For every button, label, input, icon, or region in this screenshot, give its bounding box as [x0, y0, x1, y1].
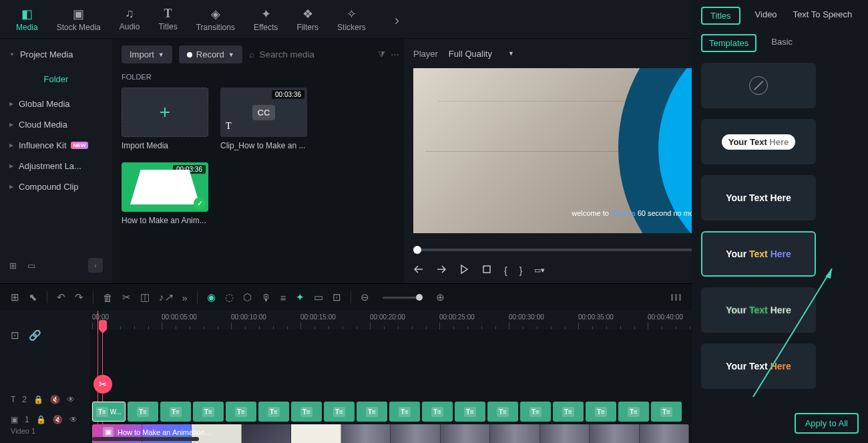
tab-video[interactable]: Video [754, 7, 779, 25]
template-colorful[interactable]: Your Text Here [701, 231, 816, 277]
prev-frame-button[interactable] [413, 264, 424, 277]
scrub-handle[interactable] [413, 246, 421, 254]
split-button[interactable]: ✂ [122, 291, 131, 303]
folder-icon[interactable]: ▭ [27, 261, 35, 271]
video-clip-segment[interactable] [590, 424, 640, 443]
title-segment[interactable]: T≡ [226, 402, 256, 422]
marker-button[interactable]: ✦ [296, 291, 304, 303]
title-segment[interactable]: T≡ [193, 402, 224, 422]
redo-button[interactable]: ↷ [75, 291, 83, 303]
nav-effects[interactable]: ✦Effects [244, 3, 287, 36]
zoom-slider[interactable] [383, 297, 423, 299]
audio-button[interactable]: 🎙 [261, 292, 271, 303]
title-segment[interactable]: T≡ [324, 402, 355, 422]
add-folder-icon[interactable]: ⊞ [9, 261, 17, 271]
template-green[interactable]: Your Text Here [701, 287, 816, 333]
nav-stickers[interactable]: ✧Stickers [328, 3, 375, 36]
tab-text-to-speech[interactable]: Text To Speech [792, 7, 854, 25]
template-plain[interactable]: Your Text Here [701, 175, 816, 220]
nav-filters[interactable]: ❖Filters [287, 3, 328, 36]
nav-stock-media[interactable]: ▣Stock Media [47, 3, 110, 36]
split-indicator[interactable]: ✂ [93, 375, 112, 394]
scrub-bar[interactable] [413, 249, 712, 251]
mark-in-button[interactable]: { [504, 265, 507, 276]
title-segment[interactable]: T≡ [651, 402, 682, 422]
sidebar-influence-kit[interactable]: ▶Influence KitNEW [0, 135, 112, 156]
timeline-options-button[interactable]: ⊡ [11, 329, 19, 341]
mask-button[interactable]: ⬡ [243, 291, 252, 303]
title-track-header[interactable]: T 2 🔒 🔇 👁 [0, 390, 89, 410]
sidebar-project-media[interactable]: ▼Project Media [0, 44, 112, 65]
timeline-tracks[interactable]: 00:0000:00:05:0000:00:10:0000:00:15:0000… [89, 311, 692, 443]
sidebar-global-media[interactable]: ▶Global Media [0, 94, 112, 114]
keyframe-button[interactable]: ⊡ [333, 291, 341, 303]
video-clip-segment[interactable] [341, 424, 391, 443]
template-orange[interactable]: Your Text Here [701, 343, 816, 389]
color-button[interactable]: ◌ [225, 291, 234, 303]
nav-transitions[interactable]: ◈Transitions [187, 3, 244, 36]
subtitle-button[interactable]: ≡ [280, 292, 286, 303]
nav-audio[interactable]: ♫Audio [110, 3, 150, 35]
video-clip-segment[interactable] [391, 424, 441, 443]
title-segment[interactable]: T≡ [422, 402, 453, 422]
video-clip-segment[interactable] [441, 424, 491, 443]
title-segment[interactable]: T≡ [455, 402, 485, 422]
sidebar-folder[interactable]: Folder [0, 69, 112, 90]
title-segment[interactable]: T≡ [291, 402, 322, 422]
title-track[interactable]: T≡W...T≡T≡T≡T≡T≡T≡T≡T≡T≡T≡T≡T≡T≡T≡T≡T≡T≡ [89, 402, 692, 422]
horizontal-scrollbar[interactable] [92, 437, 199, 441]
ratio-menu[interactable]: ▭▾ [534, 266, 545, 275]
select-tool[interactable]: ⬉ [29, 291, 37, 303]
speed-button[interactable]: ♪↗ [159, 291, 173, 303]
search-input[interactable] [260, 49, 373, 59]
media-item-import[interactable]: + Import Media [122, 88, 208, 150]
subtab-templates[interactable]: Templates [701, 34, 756, 52]
nav-more-chevron[interactable]: › [392, 9, 402, 32]
subtab-basic[interactable]: Basic [767, 34, 797, 52]
title-segment[interactable]: T≡ [553, 402, 584, 422]
title-segment[interactable]: T≡ [389, 402, 420, 422]
nav-media[interactable]: ◧Media [7, 3, 47, 36]
video-clip-segment[interactable] [540, 424, 590, 443]
media-item-video[interactable]: 00:03:36✓ How to Make an Anim... [122, 162, 208, 225]
sidebar-adjustment-layer[interactable]: ▶Adjustment La... [0, 156, 112, 176]
play-button[interactable] [459, 264, 469, 277]
template-pill[interactable]: Your Text Here [701, 119, 816, 164]
undo-button[interactable]: ↶ [57, 291, 65, 303]
zoom-in-button[interactable]: ⊕ [436, 291, 445, 303]
timeline-ruler[interactable]: 00:0000:00:05:0000:00:10:0000:00:15:0000… [89, 311, 692, 329]
visibility-icon[interactable]: 👁 [67, 395, 75, 404]
lock-icon[interactable]: 🔒 [33, 395, 43, 404]
title-segment[interactable]: T≡ [160, 402, 191, 422]
zoom-handle[interactable] [416, 294, 423, 301]
title-segment[interactable]: T≡ [586, 402, 616, 422]
lock-icon[interactable]: 🔒 [36, 415, 46, 424]
sidebar-cloud-media[interactable]: ▶Cloud Media [0, 114, 112, 135]
quality-select[interactable]: Full Quality▼ [449, 49, 514, 59]
record-button[interactable]: Record▼ [179, 45, 242, 63]
title-segment[interactable]: T≡ [258, 402, 289, 422]
title-segment[interactable]: T≡W... [92, 402, 126, 422]
title-segment[interactable]: T≡ [520, 402, 551, 422]
import-button[interactable]: Import▼ [122, 45, 172, 63]
sidebar-compound-clip[interactable]: ▶Compound Clip [0, 176, 112, 197]
media-item-clip[interactable]: 00:03:36CCT Clip_How to Make an ... [220, 88, 307, 150]
video-clip-segment[interactable] [640, 424, 690, 443]
delete-button[interactable]: 🗑 [103, 292, 113, 303]
ai-button[interactable]: ◉ [207, 291, 216, 303]
title-segment[interactable]: T≡ [618, 402, 649, 422]
next-frame-button[interactable] [436, 264, 447, 277]
crop-button[interactable]: ◫ [140, 291, 150, 303]
visibility-icon[interactable]: 👁 [69, 415, 77, 424]
filter-icon[interactable]: ⧩ [378, 49, 385, 60]
title-segment[interactable]: T≡ [357, 402, 387, 422]
template-none[interactable] [701, 63, 816, 108]
video-clip-segment[interactable] [242, 424, 292, 443]
collapse-sidebar-button[interactable]: ‹ [88, 258, 103, 273]
apply-to-all-button[interactable]: Apply to All [795, 413, 859, 434]
mark-out-button[interactable]: } [519, 265, 523, 276]
more-icon[interactable]: ⋯ [391, 49, 399, 59]
mute-icon[interactable]: 🔇 [50, 395, 60, 404]
tab-titles[interactable]: Titles [701, 7, 740, 25]
add-track-button[interactable]: ⊞ [11, 291, 19, 303]
